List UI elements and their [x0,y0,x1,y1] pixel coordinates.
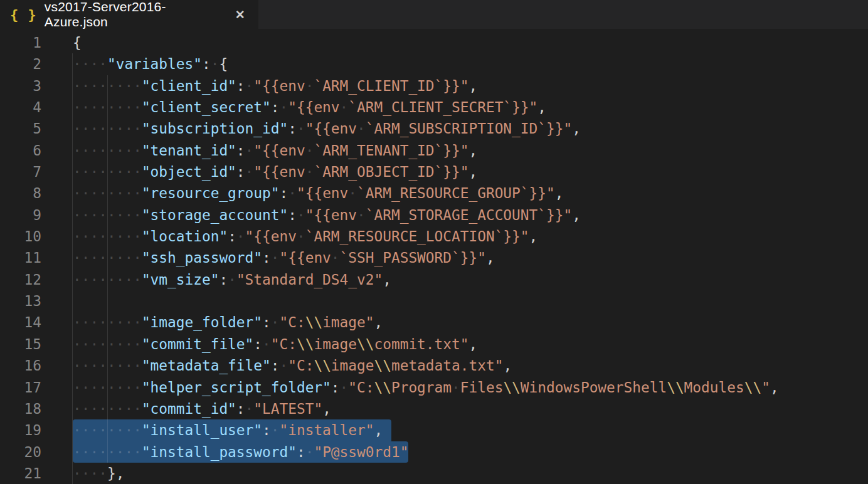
token-p: , [374,314,383,330]
token-s: `ARM_SUBSCRIPTION_ID`}}" [366,120,572,137]
code-line[interactable]: 1{ [0,32,868,53]
code-line[interactable]: 11········"ssh_password":·"{{env·`SSH_PA… [0,247,868,268]
code-text[interactable]: ········"storage_account":·"{{env·`ARM_S… [73,204,581,226]
code-text[interactable]: ····"variables":·{ [73,53,228,75]
code-text[interactable]: ········"install_user":·"installer", [73,419,391,441]
code-line[interactable]: 20········"install_password":·"P@ssw0rd1… [0,441,868,463]
whitespace-dot: · [271,250,280,266]
line-number[interactable]: 19 [0,419,41,441]
token-k: "object_id" [142,164,236,180]
code-line[interactable]: 2····"variables":·{ [0,53,868,75]
whitespace-dot: · [116,314,125,330]
line-number[interactable]: 11 [0,247,41,268]
line-number[interactable]: 2 [0,53,41,75]
code-text[interactable]: ········"commit_id":·"LATEST", [73,398,331,419]
code-line[interactable]: 12········"vm_size":·"Standard_DS4_v2", [0,269,868,290]
whitespace-dot: · [90,336,98,352]
whitespace-dot: · [357,120,366,137]
line-number[interactable]: 18 [0,398,41,419]
code-line[interactable]: 6········"tenant_id":·"{{env·`ARM_TENANT… [0,140,868,161]
code-text[interactable]: ········"subscription_id":·"{{env·`ARM_S… [73,118,581,139]
whitespace-dot: · [73,142,82,159]
whitespace-dot: · [116,120,125,137]
line-number[interactable]: 21 [0,463,41,484]
code-line[interactable]: 13 [0,290,868,312]
whitespace-dot: · [116,357,125,374]
whitespace-dot: · [98,357,107,374]
code-line[interactable]: 3········"client_id":·"{{env·`ARM_CLIENT… [0,75,868,97]
code-text[interactable]: ········"ssh_password":·"{{env·`SSH_PASS… [73,247,495,268]
code-line[interactable]: 19········"install_user":·"installer", [0,419,868,441]
code-text[interactable]: ········"image_folder":·"C:\\image", [73,312,383,333]
code-text[interactable]: ····}, [73,463,124,484]
code-line[interactable]: 15········"commit_file":·"C:\\image\\com… [0,334,868,355]
code-text[interactable]: ········"vm_size":·"Standard_DS4_v2", [73,269,391,290]
line-number[interactable]: 20 [0,441,41,463]
token-s: "P@ssw0rd1" [314,444,408,460]
code-line[interactable]: 16········"metadata_file":·"C:\\image\\m… [0,355,868,376]
token-k: "metadata_file" [142,357,271,374]
tab-close-icon[interactable]: ✕ [231,6,248,23]
code-text[interactable]: ········"helper_script_folder":·"C:\\Pro… [73,377,779,398]
line-number[interactable]: 9 [0,204,41,226]
whitespace-dot: · [82,185,90,201]
token-p: : [228,228,236,245]
whitespace-dot: · [73,422,82,438]
whitespace-dot: · [133,357,142,374]
whitespace-dot: · [211,56,220,72]
whitespace-dot: · [90,271,98,288]
code-text[interactable]: ········"object_id":·"{{env·`ARM_OBJECT_… [73,161,477,182]
whitespace-dot: · [98,444,107,460]
editor[interactable]: 1{2····"variables":·{3········"client_id… [0,29,868,484]
whitespace-dot: · [116,142,125,159]
line-number[interactable]: 8 [0,182,41,204]
token-s: "Standard_DS4_v2" [236,271,383,288]
code-text[interactable]: ········"commit_file":·"C:\\image\\commi… [73,334,477,355]
line-number[interactable]: 17 [0,377,41,398]
code-line[interactable]: 9········"storage_account":·"{{env·`ARM_… [0,204,868,226]
code-text[interactable]: ········"resource_group":·"{{env·`ARM_RE… [73,182,563,204]
code-line[interactable]: 18········"commit_id":·"LATEST", [0,398,868,419]
code-text[interactable]: { [73,32,82,53]
whitespace-dot: · [107,207,116,223]
whitespace-dot: · [133,228,142,245]
line-number[interactable]: 15 [0,334,41,355]
line-number[interactable]: 10 [0,226,41,247]
whitespace-dot: · [133,78,142,94]
line-number[interactable]: 14 [0,312,41,333]
line-number[interactable]: 5 [0,118,41,139]
code-line[interactable]: 8········"resource_group":·"{{env·`ARM_R… [0,182,868,204]
whitespace-dot: · [107,164,116,180]
line-number[interactable]: 16 [0,355,41,376]
line-number[interactable]: 3 [0,75,41,97]
line-number[interactable]: 4 [0,97,41,118]
line-number[interactable]: 12 [0,269,41,290]
code-line[interactable]: 21····}, [0,463,868,484]
whitespace-dot: · [116,228,125,245]
code-text[interactable]: ········"client_id":·"{{env·`ARM_CLIENT_… [73,75,477,97]
token-s: "{{env [253,78,305,94]
token-k: "install_password" [142,444,297,460]
token-e: \\ [314,357,331,374]
code-line[interactable]: 4········"client_secret":·"{{env·`ARM_CL… [0,97,868,118]
token-k: "variables" [107,56,202,72]
whitespace-dot: · [98,314,107,330]
tab-vs2017-server2016-azure[interactable]: { } vs2017-Server2016-Azure.json ✕ [0,0,258,29]
code-text[interactable]: ········"metadata_file":·"C:\\image\\met… [73,355,512,376]
code-line[interactable]: 10········"location":·"{{env·`ARM_RESOUR… [0,226,868,247]
line-number[interactable]: 13 [0,290,41,312]
token-p: , [555,185,564,201]
code-text[interactable]: ········"tenant_id":·"{{env·`ARM_TENANT_… [73,140,477,161]
code-text[interactable]: ········"client_secret":·"{{env·`ARM_CLI… [73,97,546,118]
code-line[interactable]: 7········"object_id":·"{{env·`ARM_OBJECT… [0,161,868,182]
code-text[interactable]: ········"install_password":·"P@ssw0rd1" [73,441,408,463]
whitespace-dot: · [133,422,142,438]
code-line[interactable]: 5········"subscription_id":·"{{env·`ARM_… [0,118,868,139]
token-k: "client_id" [142,78,236,94]
line-number[interactable]: 1 [0,32,41,53]
line-number[interactable]: 7 [0,161,41,182]
code-line[interactable]: 14········"image_folder":·"C:\\image", [0,312,868,333]
code-line[interactable]: 17········"helper_script_folder":·"C:\\P… [0,377,868,398]
line-number[interactable]: 6 [0,140,41,161]
code-text[interactable]: ········"location":·"{{env·`ARM_RESOURCE… [73,226,537,247]
